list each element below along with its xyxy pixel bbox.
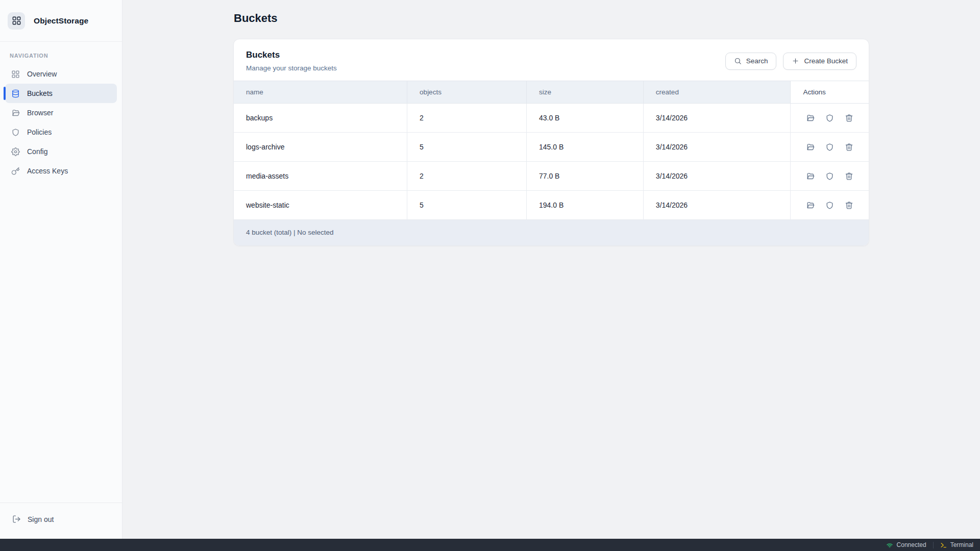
table-header-row: name objects size created Actions — [234, 81, 869, 104]
table-summary: 4 bucket (total) | No selected — [234, 220, 869, 245]
sidebar-item-config[interactable]: Config — [5, 142, 117, 161]
bucket-actions-cell — [791, 133, 869, 162]
bucket-actions-cell — [791, 191, 869, 220]
open-bucket-button[interactable] — [805, 113, 816, 123]
key-icon — [11, 167, 20, 176]
open-bucket-button[interactable] — [805, 171, 816, 182]
column-header-objects: objects — [407, 81, 527, 104]
bucket-created-cell: 3/14/2026 — [643, 133, 791, 162]
sidebar-nav: NAVIGATION Overview Buckets Browser Poli… — [0, 42, 122, 181]
create-bucket-button[interactable]: Create Bucket — [783, 53, 856, 70]
gear-icon — [11, 147, 20, 156]
bucket-policy-button[interactable] — [824, 171, 835, 182]
nav-section-label: NAVIGATION — [10, 53, 112, 59]
status-bar: Connected Terminal — [0, 539, 980, 551]
trash-icon — [845, 172, 853, 181]
buckets-table: name objects size created Actions backup… — [234, 81, 869, 220]
delete-bucket-button[interactable] — [844, 171, 854, 182]
sidebar: ObjectStorage NAVIGATION Overview Bucket… — [0, 0, 122, 539]
bucket-policy-button[interactable] — [824, 200, 835, 211]
sidebar-item-label: Policies — [27, 128, 52, 136]
bucket-name-cell: logs-archive — [234, 133, 407, 162]
open-bucket-button[interactable] — [805, 200, 816, 211]
bucket-created-cell: 3/14/2026 — [643, 104, 791, 133]
create-bucket-label: Create Bucket — [804, 57, 848, 65]
delete-bucket-button[interactable] — [844, 113, 854, 123]
table-row[interactable]: logs-archive 5 145.0 B 3/14/2026 — [234, 133, 869, 162]
panel-title: Buckets — [246, 50, 337, 60]
table-row[interactable]: media-assets 2 77.0 B 3/14/2026 — [234, 162, 869, 191]
bucket-policy-button[interactable] — [824, 142, 835, 153]
sidebar-item-label: Overview — [27, 70, 57, 78]
panel-subtitle: Manage your storage buckets — [246, 64, 337, 72]
app-window: ObjectStorage NAVIGATION Overview Bucket… — [0, 0, 980, 539]
bucket-size-cell: 43.0 B — [526, 104, 643, 133]
column-header-size: size — [526, 81, 643, 104]
search-button[interactable]: Search — [725, 53, 777, 70]
buckets-panel: Buckets Manage your storage buckets Sear… — [233, 39, 869, 246]
bucket-created-cell: 3/14/2026 — [643, 162, 791, 191]
bucket-name-cell: website-static — [234, 191, 407, 220]
sidebar-item-label: Config — [27, 147, 47, 156]
grid-logo-icon — [12, 16, 21, 26]
bucket-actions-cell — [791, 104, 869, 133]
bucket-name-cell: backups — [234, 104, 407, 133]
logout-icon — [12, 515, 21, 523]
sidebar-item-buckets[interactable]: Buckets — [5, 84, 117, 103]
shield-icon — [11, 128, 20, 137]
terminal-icon — [940, 542, 947, 548]
bucket-actions-cell — [791, 162, 869, 191]
app-logo — [8, 12, 25, 30]
bucket-size-cell: 194.0 B — [526, 191, 643, 220]
sidebar-item-label: Access Keys — [27, 167, 68, 175]
table-row[interactable]: backups 2 43.0 B 3/14/2026 — [234, 104, 869, 133]
sign-out-label: Sign out — [28, 515, 54, 523]
delete-bucket-button[interactable] — [844, 142, 854, 153]
column-header-name: name — [234, 81, 407, 104]
sidebar-item-browser[interactable]: Browser — [5, 103, 117, 122]
main-content: Buckets Buckets Manage your storage buck… — [122, 0, 980, 539]
bucket-objects-cell: 5 — [407, 133, 527, 162]
sidebar-item-label: Buckets — [27, 89, 53, 97]
folder-open-icon — [11, 109, 20, 117]
table-row[interactable]: website-static 5 194.0 B 3/14/2026 — [234, 191, 869, 220]
bucket-objects-cell: 2 — [407, 104, 527, 133]
panel-header: Buckets Manage your storage buckets Sear… — [234, 39, 869, 81]
trash-icon — [845, 201, 853, 210]
bucket-size-cell: 77.0 B — [526, 162, 643, 191]
folder-open-icon — [806, 143, 815, 152]
sidebar-spacer — [0, 181, 122, 503]
bucket-created-cell: 3/14/2026 — [643, 191, 791, 220]
search-icon — [734, 57, 742, 65]
terminal-button[interactable]: Terminal — [934, 539, 980, 551]
connection-status-label: Connected — [897, 541, 926, 548]
column-header-created: created — [643, 81, 791, 104]
shield-icon — [825, 143, 834, 152]
sign-out-button[interactable]: Sign out — [8, 511, 114, 528]
wifi-icon — [886, 541, 893, 548]
sidebar-footer: Sign out — [0, 503, 122, 539]
sidebar-item-overview[interactable]: Overview — [5, 64, 117, 84]
folder-open-icon — [806, 114, 815, 122]
sidebar-item-policies[interactable]: Policies — [5, 122, 117, 142]
trash-icon — [845, 143, 853, 152]
shield-icon — [825, 172, 834, 181]
app-title: ObjectStorage — [34, 16, 88, 26]
delete-bucket-button[interactable] — [844, 200, 854, 211]
bucket-size-cell: 145.0 B — [526, 133, 643, 162]
shield-icon — [825, 114, 834, 122]
trash-icon — [845, 114, 853, 122]
bucket-name-cell: media-assets — [234, 162, 407, 191]
page-title: Buckets — [234, 12, 869, 25]
grid-icon — [11, 70, 20, 79]
open-bucket-button[interactable] — [805, 142, 816, 153]
folder-open-icon — [806, 172, 815, 181]
shield-icon — [825, 201, 834, 210]
sidebar-item-access-keys[interactable]: Access Keys — [5, 161, 117, 181]
database-icon — [11, 89, 20, 98]
folder-open-icon — [806, 201, 815, 210]
bucket-policy-button[interactable] — [824, 113, 835, 123]
plus-icon — [792, 57, 799, 65]
search-button-label: Search — [746, 57, 768, 65]
sidebar-header: ObjectStorage — [0, 0, 122, 42]
